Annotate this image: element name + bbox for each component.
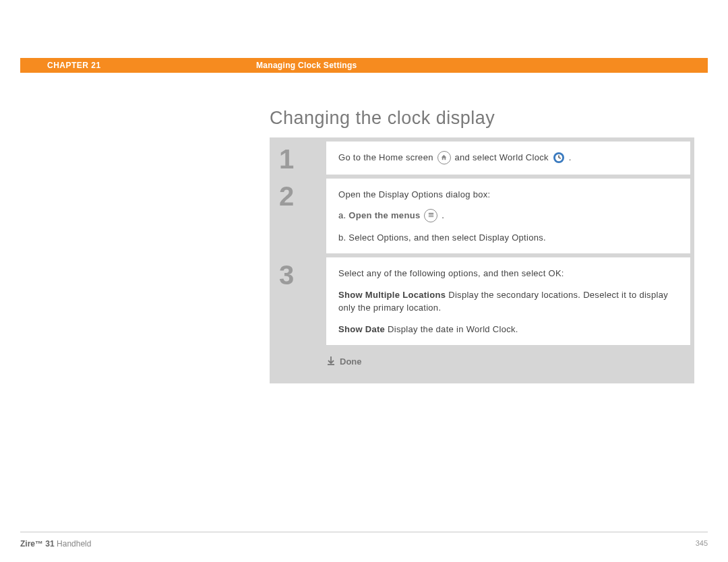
step-number: 1 — [274, 142, 326, 175]
steps-container: 1 Go to the Home screen and select World… — [270, 137, 694, 383]
footer-divider — [20, 532, 708, 532]
footer: Zire™ 31 Handheld 345 — [20, 539, 708, 549]
step-text: Go to the Home screen and select World C… — [338, 151, 678, 165]
step-body: Open the Display Options dialog box: a. … — [326, 179, 690, 254]
step-row: 1 Go to the Home screen and select World… — [274, 142, 690, 175]
step-body: Select any of the following options, and… — [326, 257, 690, 345]
svg-rect-6 — [429, 216, 433, 217]
chapter-title: Managing Clock Settings — [256, 61, 357, 70]
option-label: Show Date — [338, 324, 385, 334]
text-fragment: Go to the Home screen — [338, 152, 436, 162]
sub-step-b: b. Select Options, and then select Displ… — [338, 231, 678, 245]
step-body: Go to the Home screen and select World C… — [326, 142, 690, 175]
step-intro: Open the Display Options dialog box: — [338, 188, 678, 201]
chapter-label: CHAPTER 21 — [20, 61, 256, 70]
step-intro: Select any of the following options, and… — [338, 267, 678, 280]
text-fragment: a. — [338, 210, 348, 220]
section-title: Changing the clock display — [270, 108, 495, 129]
svg-rect-5 — [429, 215, 433, 216]
link-open-menus[interactable]: Open the menus — [348, 210, 420, 220]
home-icon — [437, 151, 451, 164]
done-indicator: Done — [274, 349, 690, 379]
svg-rect-4 — [429, 213, 433, 214]
option-label: Show Multiple Locations — [338, 290, 446, 300]
step-number: 3 — [274, 257, 326, 345]
text-fragment: and select World Clock — [455, 152, 551, 162]
step-row: 3 Select any of the following options, a… — [274, 257, 690, 345]
menu-icon — [424, 209, 437, 222]
product-rest: Handheld — [55, 539, 92, 549]
down-arrow-icon — [326, 356, 336, 367]
text-fragment: . — [439, 210, 444, 220]
product-bold: Zire™ 31 — [20, 539, 55, 549]
text-fragment: . — [569, 152, 572, 162]
world-clock-icon — [553, 152, 565, 164]
option-multiple-locations: Show Multiple Locations Display the seco… — [338, 288, 678, 315]
product-name: Zire™ 31 Handheld — [20, 539, 91, 549]
chapter-header: CHAPTER 21 Managing Clock Settings — [20, 58, 708, 73]
step-number: 2 — [274, 179, 326, 254]
option-text: Display the date in World Clock. — [385, 324, 518, 334]
page-number: 345 — [696, 539, 708, 549]
done-label: Done — [340, 356, 362, 367]
step-row: 2 Open the Display Options dialog box: a… — [274, 179, 690, 254]
option-show-date: Show Date Display the date in World Cloc… — [338, 323, 678, 336]
sub-step-a: a. Open the menus . — [338, 209, 678, 223]
